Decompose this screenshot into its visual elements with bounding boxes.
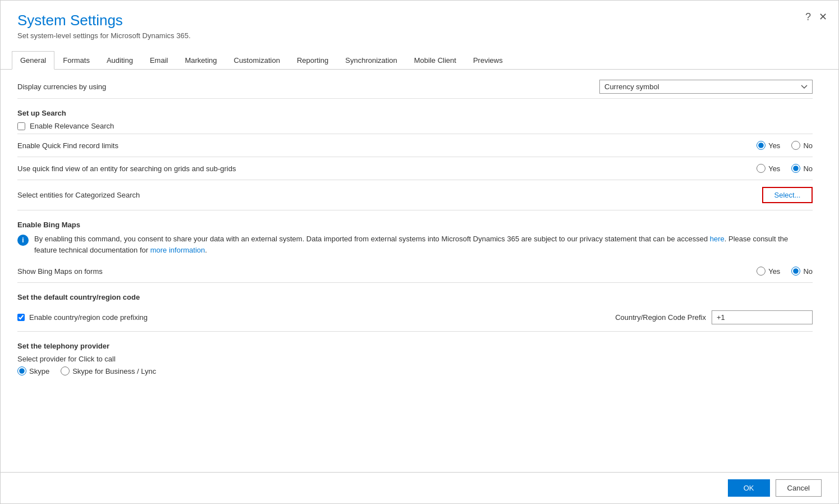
- tab-marketing[interactable]: Marketing: [176, 51, 225, 70]
- tab-mobile-client[interactable]: Mobile Client: [406, 51, 465, 70]
- bing-maps-here-link[interactable]: here: [710, 235, 725, 243]
- use-quick-find-no-label: No: [803, 164, 813, 173]
- bing-maps-no-option: No: [791, 267, 813, 276]
- select-entities-button[interactable]: Select...: [762, 187, 813, 203]
- use-quick-find-yes-option: Yes: [757, 164, 780, 173]
- use-quick-find-yes-label: Yes: [768, 164, 780, 173]
- bing-maps-info-box: i By enabling this command, you consent …: [17, 233, 813, 255]
- quick-find-label: Enable Quick Find record limits: [17, 141, 118, 150]
- dialog-controls: ? ✕: [805, 11, 827, 23]
- close-icon[interactable]: ✕: [819, 11, 827, 23]
- enable-country-label: Enable country/region code prefixing: [29, 313, 148, 322]
- divider-1: [17, 134, 813, 134]
- enable-country-checkbox[interactable]: [17, 314, 25, 321]
- telephony-heading: Set the telephony provider: [17, 342, 822, 350]
- divider-4: [17, 210, 813, 210]
- use-quick-find-yes-radio[interactable]: [757, 164, 765, 173]
- country-prefix-group: Country/Region Code Prefix: [615, 310, 813, 324]
- show-bing-maps-row: Show Bing Maps on forms Yes No: [17, 262, 813, 280]
- dialog-header: System Settings Set system-level setting…: [1, 1, 838, 45]
- content-scroll-wrapper: Display currencies by using Currency sym…: [1, 70, 838, 472]
- divider-5: [17, 282, 813, 283]
- use-quick-find-no-option: No: [791, 164, 813, 173]
- divider-6: [17, 331, 813, 332]
- telephony-skype-label: Skype: [29, 367, 49, 375]
- telephony-lync-option: Skype for Business / Lync: [61, 366, 156, 375]
- tab-email[interactable]: Email: [141, 51, 177, 70]
- bing-maps-yes-option: Yes: [757, 267, 780, 276]
- cancel-button[interactable]: Cancel: [776, 479, 822, 497]
- categorized-search-row: Select entities for Categorized Search S…: [17, 182, 813, 208]
- display-currencies-label: Display currencies by using: [17, 83, 106, 91]
- categorized-search-label: Select entities for Categorized Search: [17, 191, 140, 199]
- divider-3: [17, 180, 813, 180]
- setup-search-heading: Set up Search: [17, 109, 822, 117]
- country-label-group: Enable country/region code prefixing: [17, 313, 148, 322]
- bing-maps-no-label: No: [803, 267, 813, 276]
- info-icon: i: [17, 235, 29, 246]
- telephony-radio-group: Skype Skype for Business / Lync: [17, 366, 822, 375]
- quick-find-no-label: No: [803, 141, 813, 150]
- divider-2: [17, 157, 813, 157]
- tabs-bar: General Formats Auditing Email Marketing…: [1, 51, 838, 70]
- bing-maps-no-radio[interactable]: [791, 267, 800, 276]
- bing-maps-more-info-link[interactable]: more information: [150, 246, 205, 254]
- quick-find-radio-group: Yes No: [757, 141, 813, 150]
- help-icon[interactable]: ?: [805, 11, 811, 23]
- country-prefix-input[interactable]: [712, 310, 813, 324]
- currencies-row: Display currencies by using Currency sym…: [17, 75, 813, 99]
- bing-maps-info-text: By enabling this command, you consent to…: [34, 233, 813, 255]
- relevance-search-checkbox[interactable]: [17, 122, 25, 130]
- relevance-search-row: Enable Relevance Search: [17, 122, 822, 130]
- dialog-title: System Settings: [17, 12, 822, 29]
- currency-select[interactable]: Currency symbol Currency code: [599, 80, 813, 94]
- tab-general[interactable]: General: [12, 51, 54, 70]
- quick-find-no-radio[interactable]: [791, 141, 800, 150]
- tab-formats[interactable]: Formats: [54, 51, 98, 70]
- quick-find-yes-radio[interactable]: [757, 141, 765, 150]
- telephony-lync-radio[interactable]: [61, 366, 70, 375]
- content-scrollable[interactable]: Display currencies by using Currency sym…: [1, 70, 838, 472]
- tab-reporting[interactable]: Reporting: [288, 51, 337, 70]
- default-country-heading: Set the default country/region code: [17, 293, 822, 301]
- telephony-skype-radio[interactable]: [17, 366, 26, 375]
- system-settings-dialog: System Settings Set system-level setting…: [0, 0, 839, 504]
- bing-maps-yes-label: Yes: [768, 267, 780, 276]
- quick-find-yes-label: Yes: [768, 141, 780, 150]
- dialog-footer: OK Cancel: [1, 472, 838, 503]
- use-quick-find-radio-group: Yes No: [757, 164, 813, 173]
- tab-auditing[interactable]: Auditing: [98, 51, 141, 70]
- quick-find-no-option: No: [791, 141, 813, 150]
- use-quick-find-no-radio[interactable]: [791, 164, 800, 173]
- ok-button[interactable]: OK: [728, 479, 770, 497]
- quick-find-yes-option: Yes: [757, 141, 780, 150]
- use-quick-find-row: Use quick find view of an entity for sea…: [17, 159, 813, 177]
- telephony-skype-option: Skype: [17, 366, 49, 375]
- tab-previews[interactable]: Previews: [465, 51, 511, 70]
- telephony-provider-label: Select provider for Click to call: [17, 355, 822, 363]
- quick-find-row: Enable Quick Find record limits Yes No: [17, 136, 813, 154]
- relevance-search-label: Enable Relevance Search: [30, 122, 114, 130]
- tab-synchronization[interactable]: Synchronization: [337, 51, 406, 70]
- tab-customization[interactable]: Customization: [226, 51, 288, 70]
- dialog-subtitle: Set system-level settings for Microsoft …: [17, 31, 822, 40]
- use-quick-find-label: Use quick find view of an entity for sea…: [17, 164, 236, 173]
- bing-maps-yes-radio[interactable]: [757, 267, 765, 276]
- country-row: Enable country/region code prefixing Cou…: [17, 306, 813, 329]
- country-prefix-label: Country/Region Code Prefix: [615, 313, 706, 322]
- show-bing-maps-radio-group: Yes No: [757, 267, 813, 276]
- bing-maps-heading: Enable Bing Maps: [17, 221, 822, 229]
- telephony-lync-label: Skype for Business / Lync: [72, 367, 156, 375]
- show-bing-maps-label: Show Bing Maps on forms: [17, 267, 103, 276]
